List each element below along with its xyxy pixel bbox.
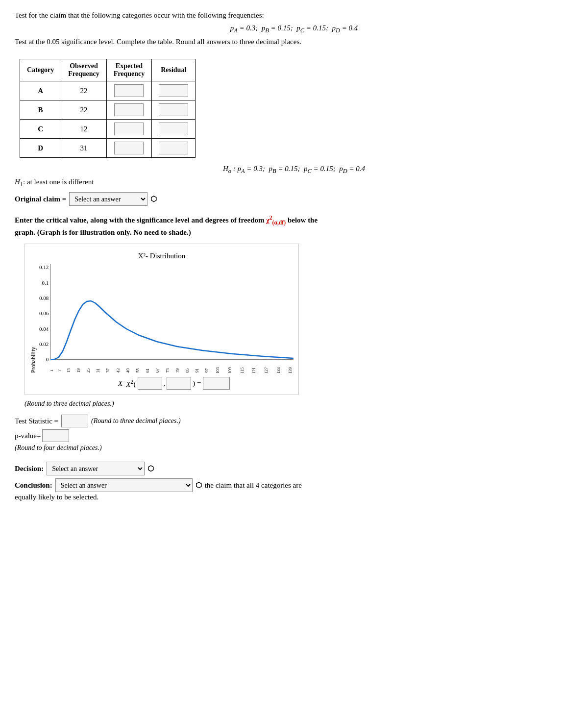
expected-d[interactable] (106, 139, 152, 158)
residual-d-input[interactable] (159, 142, 188, 154)
observed-b: 22 (61, 100, 107, 120)
x-label: 7 (57, 370, 62, 372)
residual-c[interactable] (152, 120, 196, 139)
observed-a: 22 (61, 81, 107, 100)
y-tick: 0 (39, 356, 49, 362)
chi-critical-value-input[interactable] (203, 377, 230, 390)
y-tick: 0.1 (39, 280, 49, 286)
y-axis-label: Probability (30, 264, 37, 373)
original-claim-row: Original claim = Select an answer H₀ H₁ … (15, 192, 573, 206)
x-label: 127 (264, 368, 269, 373)
x-axis-labels: 1 7 13 19 25 31 37 43 49 55 61 67 73 79 … (50, 365, 294, 373)
select-arrow-icon: ⬡ (150, 195, 157, 203)
intro-equation: pA = 0.3; pB = 0.15; pC = 0.15; pD = 0.4 (15, 24, 573, 34)
conclusion-suffix: the claim that all 4 categories are (205, 481, 302, 490)
round-three-note: (Round to three decimal places.) (24, 400, 573, 408)
expected-c[interactable] (106, 120, 152, 139)
y-tick: 0.04 (39, 326, 49, 332)
conclusion-arrow-icon: ⬡ (196, 481, 202, 490)
expected-d-input[interactable] (114, 142, 144, 154)
category-b: B (20, 100, 61, 120)
x-label: 103 (215, 368, 220, 373)
x-label: 25 (86, 369, 91, 373)
critical-intro-text: Enter the critical value, along with the… (15, 214, 573, 238)
expected-a-input[interactable] (114, 84, 144, 97)
residual-d[interactable] (152, 139, 196, 158)
x-label: 109 (227, 368, 232, 373)
residual-c-input[interactable] (159, 123, 188, 135)
round-four-note: (Round to four decimal places.) (15, 444, 573, 452)
col-header-observed: ObservedFrequency (61, 59, 107, 81)
conclusion-select[interactable]: Select an answer There is sufficient evi… (55, 478, 193, 492)
residual-a-input[interactable] (159, 84, 188, 97)
table-row: D 31 (20, 139, 196, 158)
expected-c-input[interactable] (114, 123, 144, 135)
graph-title: X²- Distribution (30, 252, 294, 260)
chi-squared-notation: χ2(α,df) (266, 217, 286, 224)
decision-arrow-icon: ⬡ (147, 464, 154, 473)
col-header-expected: ExpectedFrequency (106, 59, 152, 81)
chi-squared-graph: X²- Distribution Probability 0.12 0.1 0.… (24, 244, 299, 395)
decision-label: Decision: (15, 465, 44, 473)
expected-a[interactable] (106, 81, 152, 100)
y-tick: 0.08 (39, 295, 49, 301)
x-label: 73 (165, 369, 170, 373)
chi-df-input[interactable] (167, 377, 191, 390)
expected-b[interactable] (106, 100, 152, 120)
category-c: C (20, 120, 61, 139)
intro-line2: Test at the 0.05 significance level. Com… (15, 36, 573, 48)
x-label: 79 (174, 369, 179, 373)
test-statistic-input[interactable] (61, 415, 88, 427)
x-label: 61 (145, 369, 150, 373)
test-statistic-round-note: (Round to three decimal places.) (91, 417, 181, 425)
x-label: 85 (184, 369, 189, 373)
x-marker: X (118, 379, 122, 388)
x-label: 49 (125, 369, 130, 373)
x-label: 55 (135, 369, 140, 373)
original-claim-label: Original claim = (15, 195, 66, 203)
table-row: C 12 (20, 120, 196, 139)
x-label: 97 (204, 369, 209, 373)
chi-distribution-curve (50, 264, 294, 362)
x-label: 121 (251, 368, 256, 373)
expected-b-input[interactable] (114, 103, 144, 116)
category-a: A (20, 81, 61, 100)
observed-d: 31 (61, 139, 107, 158)
x-label: 37 (105, 369, 110, 373)
pvalue-input[interactable] (42, 429, 69, 442)
conclusion-row: Conclusion: Select an answer There is su… (15, 478, 573, 492)
category-d: D (20, 139, 61, 158)
chi-alpha-input[interactable] (138, 377, 162, 390)
equally-line: equally likely to be selected. (15, 493, 573, 501)
decision-select[interactable]: Select an answer Reject H₀ Fail to rejec… (47, 462, 145, 475)
y-tick: 0.02 (39, 341, 49, 347)
x-label: 43 (115, 369, 120, 373)
residual-b[interactable] (152, 100, 196, 120)
comma-separator: , (164, 379, 166, 388)
original-claim-select[interactable]: Select an answer H₀ H₁ (69, 192, 147, 206)
x-label: 19 (75, 369, 80, 373)
x-label: 31 (96, 369, 100, 373)
col-header-category: Category (20, 59, 61, 81)
chi-squared-label: X2( (126, 378, 136, 389)
residual-a[interactable] (152, 81, 196, 100)
x-label: 1 (50, 370, 54, 372)
conclusion-label: Conclusion: (15, 481, 52, 490)
h1-statement: H1: at least one is different (15, 178, 573, 188)
x-label: 115 (239, 368, 244, 373)
equals-sign: ) = (193, 379, 201, 388)
table-row: B 22 (20, 100, 196, 120)
observed-c: 12 (61, 120, 107, 139)
test-statistic-label: Test Statistic = (15, 417, 58, 425)
x-label: 13 (66, 369, 71, 373)
x-label: 139 (288, 368, 293, 373)
pvalue-label: p-value= (15, 432, 41, 440)
table-row: A 22 (20, 81, 196, 100)
x-label: 91 (195, 369, 199, 373)
y-tick: 0.06 (39, 310, 49, 316)
intro-line1: Test for the claim that the following ca… (15, 10, 573, 21)
decision-row: Decision: Select an answer Reject H₀ Fai… (15, 462, 573, 475)
test-statistic-row: Test Statistic = (Round to three decimal… (15, 415, 573, 427)
residual-b-input[interactable] (159, 103, 188, 116)
y-axis-ticks: 0.12 0.1 0.08 0.06 0.04 0.02 0 (39, 264, 50, 362)
